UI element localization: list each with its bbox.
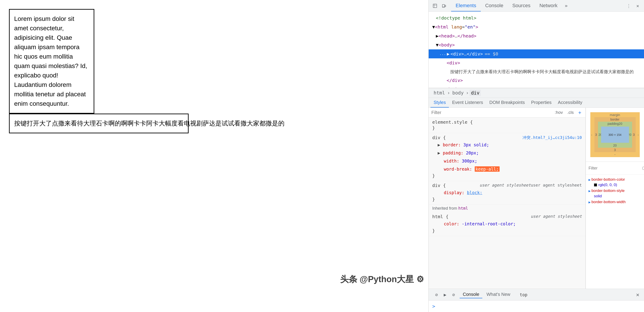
html-tag: <html lang="en"> [435,23,478,31]
head-triangle[interactable] [436,32,438,40]
width-prop[interactable]: width: 300px; [432,157,582,165]
color-prop[interactable]: color: -internal-root-color; [432,220,582,228]
cls-button[interactable]: .cls [566,110,575,116]
svg-rect-0 [433,4,437,8]
div-triangle[interactable] [447,50,450,58]
border-prop-value: 3px solid; [463,142,489,147]
bbw-arrow[interactable] [588,200,590,204]
console-clear-icon[interactable]: ⊘ [433,291,440,298]
bbc-name: border-bottom-color [592,177,625,182]
color-swatch [594,184,597,186]
sub-tab-properties[interactable]: Properties [528,98,555,108]
add-rule-button[interactable]: + [577,110,583,116]
console-bar: ⊘ ▶ ⊘ Console What's New top ✕ [429,289,644,300]
div-ua-close: } [432,197,582,202]
main-tabs: Elements Console Sources Network » [451,0,625,12]
border-bottom-style-row[interactable]: border-bottom-style [588,188,641,193]
html-selector-text: html { [432,214,448,219]
devtools-close-button[interactable]: ✕ [634,291,641,298]
filter-buttons: :hov .cls + [554,110,583,116]
tab-console[interactable]: Console [481,0,508,12]
div-ua-source: user agent stylesheet [530,183,582,188]
sub-tabs: Styles Event Listeners DOM Breakpoints P… [429,98,644,108]
padding-arrow[interactable]: ▶ [438,150,440,155]
border-top-label: border [610,118,619,121]
ellipsis: ... [440,51,446,57]
console-tab-console[interactable]: Console [460,291,482,298]
element-style-selector[interactable]: element.style { [432,120,582,125]
div-source-link[interactable]: 冲突.html?_ij…cc3ji54u:10 [522,135,582,140]
display-prop-value: block; [467,190,482,195]
sub-tab-styles[interactable]: Styles [430,98,449,108]
show-all-check[interactable] [642,167,644,170]
tab-network[interactable]: Network [535,0,562,12]
padding-prop[interactable]: ▶ padding: 20px; [432,149,582,157]
div-ua-selector-text: div { [432,183,446,188]
console-icons: ⊘ ▶ ⊘ [433,291,457,298]
console-target: top [520,292,527,297]
sub-tab-event-listeners[interactable]: Event Listeners [449,98,486,108]
padding-prop-name: padding: [443,150,464,155]
console-prompt: > [432,304,435,309]
tab-sources[interactable]: Sources [508,0,535,12]
bbs-arrow[interactable] [588,189,590,192]
tree-inner-div-open[interactable]: <div> [429,58,644,67]
bm-filter-input[interactable] [588,166,641,170]
device-icon[interactable] [440,2,448,10]
padding-prop-value: 20px; [466,150,479,155]
border-bottom-val: 3 [614,148,616,152]
tree-head[interactable]: <head>…</head> [429,32,644,40]
content-size: 300 × 154 [608,133,621,136]
svg-rect-3 [442,4,444,8]
bm-props-list: border-bottom-color rgb(0, 0, 0) border-… [586,175,644,289]
tab-more[interactable]: » [562,3,570,8]
div-selector[interactable]: div { 冲突.html?_ij…cc3ji54u:10 [432,135,582,140]
settings-icon[interactable]: ⋮ [625,2,632,10]
devtools-toolbar: Elements Console Sources Network » ⋮ ✕ [429,0,644,12]
word-break-prop[interactable]: word-break: keep-all; [432,165,582,173]
breadcrumb-sep1: › [447,90,450,96]
padding-bottom-val: 20 [613,144,617,147]
display-prop[interactable]: display: block; [432,188,582,197]
sub-tab-dom-breakpoints[interactable]: DOM Breakpoints [486,98,528,108]
console-play-icon[interactable]: ▶ [442,291,448,298]
breadcrumb-div[interactable]: div [470,90,481,96]
inner-div-tag: <div> [446,59,460,67]
bbc-arrow[interactable] [588,178,590,181]
html-rule-close: } [432,228,582,234]
html-rule-block: html { user agent stylesheet color: -int… [429,212,586,236]
border-bottom-width-row[interactable]: border-bottom-width [588,200,641,204]
border-bottom-color-row[interactable]: border-bottom-color [588,177,641,182]
breadcrumb-html[interactable]: html [432,90,446,96]
show-all-checkbox[interactable]: Show all [642,164,644,172]
border-layer: border 3 3 3 padding20 20 20 20 30 [594,117,636,152]
html-selector[interactable]: html { user agent stylesheet [432,214,582,219]
box-model-diagram: margin - - - border 3 3 3 padding20 [590,112,640,157]
tab-elements[interactable]: Elements [451,0,481,12]
border-arrow[interactable]: ▶ [438,142,440,147]
border-prop[interactable]: ▶ border: 3px solid; [432,141,582,149]
sub-tab-accessibility[interactable]: Accessibility [555,98,586,108]
div-ua-selector[interactable]: div { user agent stylesheet user agent s… [432,183,582,188]
ua-label: user agent stylesheet [480,183,531,188]
console-tab-whats-new[interactable]: What's New [483,291,513,298]
tree-div-selected[interactable]: ... <div>…</div> == $0 [429,50,644,58]
inherited-from[interactable]: html [458,206,468,210]
close-icon[interactable]: ✕ [634,2,641,10]
body-triangle[interactable] [436,41,438,49]
hov-button[interactable]: :hov [554,110,564,116]
tree-html[interactable]: <html lang="en"> [429,22,644,32]
inspect-icon[interactable] [431,2,438,10]
tree-doctype[interactable]: <!doctype html> [429,14,644,22]
html-tree-panel: <!doctype html> <html lang="en"> <head>…… [429,12,644,88]
console-filter-icon[interactable]: ⊘ [450,291,457,298]
color-prop-value: -internal-root-color; [462,221,516,226]
html-triangle[interactable] [432,23,435,31]
breadcrumb-body[interactable]: body [451,90,465,96]
div-rule-block: div { 冲突.html?_ij…cc3ji54u:10 ▶ border: … [429,133,586,181]
bbc-value: rgb(0, 0, 0) [598,183,617,187]
margin-bottom-val: - [614,152,616,156]
filter-input[interactable] [431,110,554,115]
console-input[interactable] [437,304,640,309]
tree-body[interactable]: <body> [429,40,644,50]
